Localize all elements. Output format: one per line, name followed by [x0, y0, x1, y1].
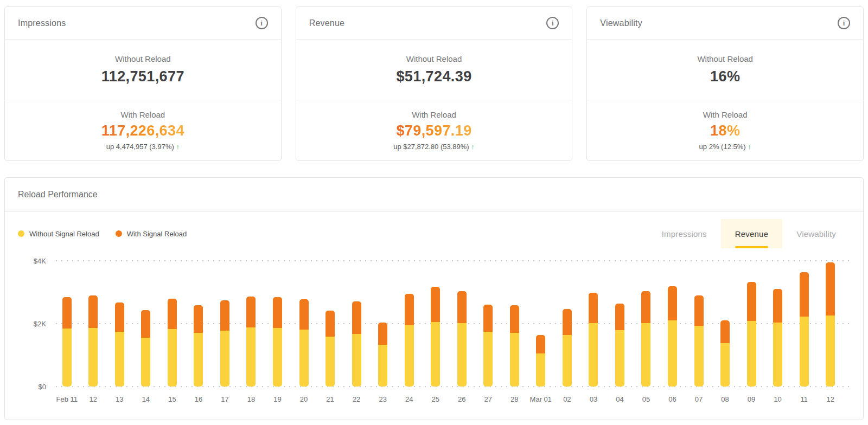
chart-bar-03[interactable] — [589, 293, 598, 387]
bar-slot-26 — [449, 261, 475, 387]
x-axis-label: 11 — [791, 395, 818, 403]
chart-bar-19[interactable] — [273, 297, 282, 387]
bar-slot-04 — [607, 261, 633, 387]
chart-bar-04[interactable] — [615, 304, 624, 387]
bar-slot-22 — [343, 261, 370, 387]
info-icon[interactable]: i — [546, 17, 559, 29]
with-signal-reload-segment — [483, 305, 493, 332]
x-axis-label: 12 — [817, 395, 844, 403]
y-axis-tick: $4K — [34, 257, 46, 265]
bar-slot-feb-11 — [54, 261, 80, 387]
without-signal-reload-segment — [88, 328, 98, 387]
y-axis-tick: $2K — [34, 320, 46, 328]
bar-slot-19 — [264, 261, 291, 387]
chart-bar-24[interactable] — [405, 294, 414, 387]
bar-slot-12 — [80, 261, 107, 387]
chart-bar-05[interactable] — [641, 291, 650, 387]
x-axis-label: 08 — [712, 395, 738, 403]
legend-item-without-signal-reload: Without Signal Reload — [18, 230, 99, 238]
bar-slot-15 — [159, 261, 186, 387]
without-reload-label: Without Reload — [115, 54, 171, 63]
with-signal-reload-segment — [194, 305, 203, 332]
info-icon[interactable]: i — [838, 17, 850, 29]
without-signal-reload-segment — [352, 334, 361, 387]
chart-bar-28[interactable] — [510, 305, 519, 387]
without-signal-reload-segment — [747, 321, 756, 387]
x-axis-label: 04 — [607, 395, 633, 403]
bar-slot-09 — [738, 261, 765, 387]
with-signal-reload-segment — [668, 286, 677, 320]
bar-slot-02 — [554, 261, 580, 387]
delta-label: up 2% (12.5%) — [699, 143, 746, 151]
chart-bar-06[interactable] — [668, 286, 677, 387]
chart-bar-26[interactable] — [457, 291, 467, 387]
without-signal-reload-segment — [168, 329, 177, 387]
bar-slot-20 — [291, 261, 317, 387]
chart-bar-18[interactable] — [246, 297, 256, 387]
card-header: Impressions i — [5, 7, 281, 40]
chart-bar-09[interactable] — [747, 282, 756, 387]
bars-layer — [54, 261, 844, 387]
x-axis-label: 18 — [238, 395, 265, 403]
tab-viewability[interactable]: Viewability — [782, 219, 850, 248]
chart-bar-11[interactable] — [800, 272, 809, 387]
kpi-card-impressions: Impressions i Without Reload 112,751,677… — [4, 7, 282, 161]
chart-bar-27[interactable] — [483, 305, 493, 387]
tab-revenue[interactable]: Revenue — [721, 219, 782, 248]
chart-bar-10[interactable] — [773, 289, 782, 387]
without-reload-section: Without Reload 16% — [587, 40, 863, 100]
chart-bar-25[interactable] — [431, 287, 440, 387]
chart-bar-23[interactable] — [378, 323, 387, 387]
reload-performance-card: Reload Performance Without Signal Reload… — [4, 177, 864, 420]
x-axis-label: 06 — [659, 395, 686, 403]
bar-slot-24 — [396, 261, 423, 387]
without-signal-reload-segment — [615, 330, 624, 387]
bar-slot-14 — [133, 261, 159, 387]
with-reload-value: 117,226,634 — [101, 123, 184, 139]
without-signal-reload-segment — [510, 333, 519, 387]
without-signal-reload-segment — [826, 315, 835, 387]
chart-bar-12[interactable] — [88, 295, 98, 387]
chart-bar-feb-11[interactable] — [62, 297, 72, 387]
chart-bar-13[interactable] — [115, 302, 124, 387]
with-signal-reload-segment — [115, 302, 124, 332]
x-axis-label: 20 — [291, 395, 317, 403]
chart-bar-mar-01[interactable] — [536, 335, 545, 387]
x-axis-label: 05 — [633, 395, 660, 403]
chart-bar-22[interactable] — [352, 301, 361, 387]
chart-bar-02[interactable] — [563, 309, 572, 387]
x-axis-label: 03 — [580, 395, 607, 403]
tab-impressions[interactable]: Impressions — [648, 219, 721, 248]
reload-performance-chart: $4K$2K$0 Feb 111213141516171819202122232… — [5, 251, 863, 420]
chart-bar-14[interactable] — [141, 310, 150, 387]
up-arrow-icon: ↑ — [176, 143, 180, 151]
info-icon[interactable]: i — [256, 17, 268, 29]
legend-label: Without Signal Reload — [29, 230, 99, 238]
chart-bar-15[interactable] — [168, 299, 177, 387]
x-axis-label: 27 — [475, 395, 502, 403]
legend-item-with-signal-reload: With Signal Reload — [116, 230, 187, 238]
bar-slot-07 — [686, 261, 712, 387]
with-signal-reload-segment — [220, 300, 229, 331]
without-signal-reload-segment — [641, 323, 650, 387]
without-reload-label: Without Reload — [406, 54, 462, 63]
chart-bar-08[interactable] — [720, 320, 730, 387]
bar-slot-25 — [422, 261, 449, 387]
without-signal-reload-segment — [720, 343, 730, 387]
with-reload-section: With Reload 117,226,634 up 4,474,957 (3.… — [5, 100, 281, 160]
kpi-card-viewability: Viewability i Without Reload 16% With Re… — [586, 7, 864, 161]
legend-dot-icon — [18, 230, 24, 237]
x-axis-label: 13 — [106, 395, 133, 403]
chart-bar-16[interactable] — [194, 305, 203, 387]
with-signal-reload-segment — [299, 299, 309, 330]
with-signal-reload-segment — [563, 309, 572, 335]
chart-bar-21[interactable] — [326, 311, 335, 387]
bar-slot-28 — [501, 261, 528, 387]
chart-bar-12[interactable] — [826, 262, 835, 387]
chart-bar-20[interactable] — [299, 299, 309, 387]
chart-bar-17[interactable] — [220, 300, 229, 387]
chart-bar-07[interactable] — [694, 295, 704, 387]
x-axis-label: 12 — [80, 395, 107, 403]
without-signal-reload-segment — [326, 337, 335, 387]
with-reload-section: With Reload $79,597.19 up $27,872.80 (53… — [296, 100, 572, 160]
